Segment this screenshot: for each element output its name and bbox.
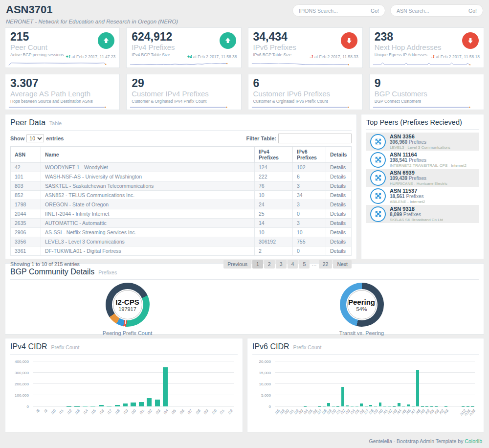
- ipv4-cell: 222: [255, 172, 293, 181]
- details-link[interactable]: Details: [330, 229, 346, 235]
- details-link[interactable]: Details: [330, 220, 346, 226]
- ip-dns-search: Go!: [292, 4, 385, 17]
- pagination-page-2[interactable]: 2: [264, 260, 275, 269]
- top-peer-item[interactable]: ASN 11164 198,541 Prefixes INTERNET2-TRA…: [366, 151, 479, 169]
- ip-dns-search-input[interactable]: [299, 8, 371, 14]
- pagination-page-4[interactable]: 4: [288, 260, 298, 269]
- bar-slot: /43: [392, 361, 397, 406]
- pagination-page-22[interactable]: 22: [319, 260, 333, 269]
- x-tick-label: /20: [131, 408, 137, 415]
- bar-slot: /30: [331, 361, 336, 406]
- donut-charts-row: I2-CPS 197917 Peering Prefix Count Peeri…: [10, 283, 479, 336]
- chart-plot-area: /16/19/20/21/22/23/24/25/26/27/28/29/30/…: [275, 361, 475, 406]
- top-peer-info: ASN 3356 306,960 Prefixes LEVEL3 - Level…: [390, 134, 450, 150]
- bar-slot: /28: [322, 361, 327, 406]
- bar-slot: /12: [65, 361, 73, 406]
- bar-slot: /42: [387, 361, 392, 406]
- tile-label: Customer IPv6 Prefixes: [253, 90, 357, 98]
- column-header-ipv4[interactable]: IPv4 Prefixes: [255, 147, 293, 163]
- bar-slot: /49: [420, 361, 425, 406]
- bar-/38: [369, 405, 372, 406]
- tile-timestamp: +4 at Feb 2 2017, 11:58:38: [187, 54, 237, 59]
- ipv6-cell: 10: [293, 228, 326, 237]
- details-link[interactable]: Details: [330, 174, 346, 179]
- bar-slot: /38: [369, 361, 374, 406]
- tile-value: 3.307: [10, 77, 114, 90]
- pagination-previous-button[interactable]: Previous: [223, 260, 251, 269]
- tile-timestamp: -1 at Feb 2 2017, 11:58:18: [431, 54, 480, 59]
- details-link[interactable]: Details: [330, 239, 346, 245]
- pagination-page-5[interactable]: 5: [299, 260, 310, 269]
- details-link[interactable]: Details: [330, 202, 346, 207]
- peering-prefix-donut: I2-CPS 197917 Peering Prefix Count: [10, 283, 244, 336]
- bar-slot: /46: [406, 361, 411, 406]
- details-link[interactable]: Details: [330, 192, 346, 198]
- show-label: Show: [10, 135, 24, 141]
- donut-chart[interactable]: I2-CPS 197917: [106, 283, 150, 327]
- bar-/45: [402, 406, 405, 406]
- top-header: ASN3701 NERONET - Network for Education …: [0, 0, 489, 25]
- tile-value: 29: [132, 77, 236, 90]
- tile-customer-ipv4: 29 Customer IPv4 Prefixes Customer & Org…: [126, 74, 241, 110]
- bar-/30: [332, 406, 335, 406]
- asn-cell: 852: [11, 191, 41, 200]
- bar-slot: /20: [129, 361, 137, 406]
- bar-slot: /47: [411, 361, 416, 406]
- top-peer-item[interactable]: ASN 3356 306,960 Prefixes LEVEL3 - Level…: [366, 133, 479, 151]
- chart-y-axis: 0100,000200,000300,000400,000: [10, 361, 33, 406]
- page-title: ASN3701: [6, 3, 178, 16]
- ipv6-cidr-bar-chart[interactable]: 05,00010,00015,00020,000 /16/19/20/21/22…: [252, 361, 479, 406]
- ipv4-cidr-bar-chart[interactable]: 0100,000200,000300,000400,000 /8/9/10/11…: [10, 361, 238, 406]
- column-header-name[interactable]: Name: [41, 147, 255, 163]
- x-tick-label: /27: [187, 408, 194, 415]
- details-link[interactable]: Details: [330, 248, 346, 254]
- bar-slot: /10: [49, 361, 57, 406]
- top-peer-description: HURRICANE - Hurricane Electric: [390, 181, 447, 186]
- asn-search: Go!: [390, 4, 483, 17]
- details-link[interactable]: Details: [330, 211, 346, 217]
- footer-brand-link[interactable]: Colorlib: [465, 438, 482, 444]
- bar-slot: /9: [41, 361, 48, 406]
- table-row: 2635AUTOMATTIC - Automattic143Details: [11, 219, 352, 228]
- asn-cell: 2635: [11, 219, 41, 228]
- timestamp-text: at Feb 2 2017, 11:58:18: [436, 54, 480, 59]
- donut-chart[interactable]: Peering 54%: [340, 283, 384, 327]
- bar-/29: [327, 403, 330, 406]
- bar-slot: /41: [382, 361, 387, 406]
- tile-label: Average AS Path Length: [10, 90, 114, 98]
- top-peer-item[interactable]: ASN 9318 8,099 Prefixes SKB-AS SK Broadb…: [366, 205, 479, 223]
- pagination-page-1[interactable]: 1: [252, 260, 263, 269]
- up-arrow-icon: [220, 32, 236, 49]
- column-header-details[interactable]: Details: [326, 147, 352, 163]
- chart-plot-area: /8/9/10/11/12/13/14/15/16/17/18/19/20/21…: [33, 361, 234, 406]
- bar-/35: [356, 406, 358, 406]
- column-header-ipv6[interactable]: IPv6 Prefixes: [293, 147, 326, 163]
- arrows-expand-icon: [370, 206, 386, 222]
- page-size-select[interactable]: 10: [26, 134, 44, 142]
- asn-cell: 2906: [11, 228, 41, 237]
- x-tick-label: /30: [211, 408, 218, 415]
- ip-dns-search-go-button[interactable]: Go!: [371, 8, 379, 14]
- table-row: 3356LEVEL3 - Level 3 Communications30619…: [11, 237, 352, 246]
- arrows-expand-icon: [370, 170, 386, 186]
- table-controls: Show 10 entries Filter Table:: [10, 134, 352, 143]
- tile-ipv6-prefixes: 34,434 IPv6 Prefixes IPv6 BGP Table Size…: [248, 27, 363, 68]
- top-peer-description: INTERNET2-TRANSITRAIL-CPS - Internet2: [390, 163, 467, 168]
- pagination-page-3[interactable]: 3: [276, 260, 287, 269]
- top-peer-item[interactable]: ASN 11537 18,561 Prefixes ABILENE - Inte…: [366, 187, 479, 205]
- pagination-next-button[interactable]: Next: [333, 260, 352, 269]
- bar-slot: /25: [308, 361, 312, 406]
- table-row: 2906AS-SSI - Netflix Streaming Services …: [11, 228, 352, 237]
- asn-search-input[interactable]: [397, 8, 468, 14]
- details-link[interactable]: Details: [330, 164, 346, 170]
- x-tick-label: /21: [138, 408, 145, 415]
- top-peer-item[interactable]: ASN 6939 109,439 Prefixes HURRICANE - Hu…: [366, 169, 479, 187]
- filter-table-input[interactable]: [278, 134, 352, 143]
- ipv4-cell: 25: [255, 209, 293, 219]
- asn-search-go-button[interactable]: Go!: [468, 8, 477, 14]
- header-search-area: Go! Go!: [292, 4, 483, 17]
- bar-/15: [90, 406, 95, 406]
- details-link[interactable]: Details: [330, 183, 346, 189]
- top-peer-info: ASN 11537 18,561 Prefixes ABILENE - Inte…: [390, 188, 425, 204]
- column-header-asn[interactable]: ASN: [11, 147, 41, 163]
